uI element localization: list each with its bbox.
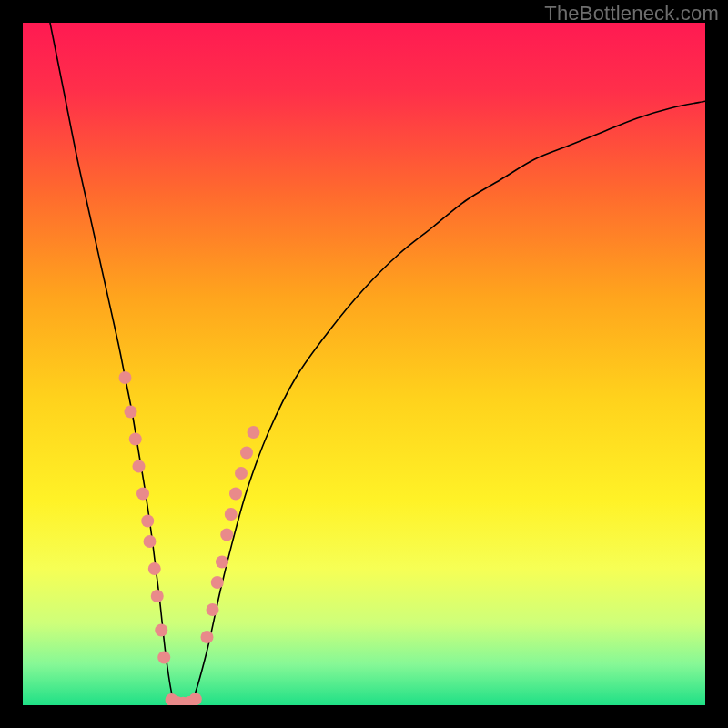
bottom-markers-point (189, 693, 202, 705)
low-side-markers-point (155, 624, 167, 637)
high-side-markers-point (235, 467, 248, 480)
low-side-markers-point (119, 371, 132, 384)
high-side-markers-point (225, 508, 238, 521)
high-side-markers-point (240, 447, 253, 460)
low-side-markers-point (144, 535, 157, 548)
low-side-markers-point (136, 488, 149, 500)
chart-svg (23, 23, 705, 705)
high-side-markers-point (207, 603, 219, 616)
high-side-markers-point (248, 426, 260, 439)
low-side-markers-point (151, 590, 164, 602)
gradient-background (23, 23, 705, 705)
low-side-markers-point (141, 515, 154, 528)
chart-frame: TheBottleneck.com (0, 0, 728, 728)
high-side-markers-point (201, 631, 214, 643)
high-side-markers-point (216, 556, 228, 569)
high-side-markers-point (220, 529, 233, 541)
plot-area (23, 23, 705, 705)
high-side-markers-point (211, 576, 224, 589)
low-side-markers-point (133, 460, 146, 473)
low-side-markers-point (148, 562, 161, 575)
high-side-markers-point (229, 488, 242, 500)
low-side-markers-point (125, 406, 137, 419)
low-side-markers-point (157, 652, 170, 664)
low-side-markers-point (129, 433, 142, 446)
